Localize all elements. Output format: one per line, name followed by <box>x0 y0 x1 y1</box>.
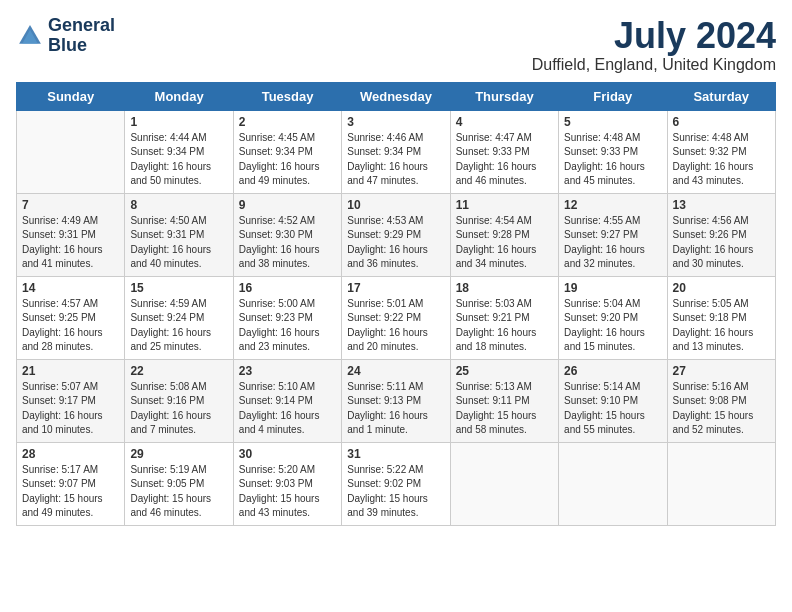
logo-text: General Blue <box>48 16 115 56</box>
calendar-cell: 23Sunrise: 5:10 AM Sunset: 9:14 PM Dayli… <box>233 359 341 442</box>
day-info: Sunrise: 4:54 AM Sunset: 9:28 PM Dayligh… <box>456 214 553 272</box>
day-number: 26 <box>564 364 661 378</box>
calendar-cell: 22Sunrise: 5:08 AM Sunset: 9:16 PM Dayli… <box>125 359 233 442</box>
weekday-header-saturday: Saturday <box>667 82 775 110</box>
calendar-cell: 13Sunrise: 4:56 AM Sunset: 9:26 PM Dayli… <box>667 193 775 276</box>
day-number: 18 <box>456 281 553 295</box>
weekday-header-tuesday: Tuesday <box>233 82 341 110</box>
day-info: Sunrise: 4:59 AM Sunset: 9:24 PM Dayligh… <box>130 297 227 355</box>
day-info: Sunrise: 4:44 AM Sunset: 9:34 PM Dayligh… <box>130 131 227 189</box>
day-number: 15 <box>130 281 227 295</box>
weekday-header-row: SundayMondayTuesdayWednesdayThursdayFrid… <box>17 82 776 110</box>
day-number: 24 <box>347 364 444 378</box>
calendar-cell: 2Sunrise: 4:45 AM Sunset: 9:34 PM Daylig… <box>233 110 341 193</box>
day-number: 8 <box>130 198 227 212</box>
day-info: Sunrise: 5:01 AM Sunset: 9:22 PM Dayligh… <box>347 297 444 355</box>
day-info: Sunrise: 4:50 AM Sunset: 9:31 PM Dayligh… <box>130 214 227 272</box>
calendar-cell: 9Sunrise: 4:52 AM Sunset: 9:30 PM Daylig… <box>233 193 341 276</box>
day-info: Sunrise: 4:52 AM Sunset: 9:30 PM Dayligh… <box>239 214 336 272</box>
day-number: 28 <box>22 447 119 461</box>
day-number: 1 <box>130 115 227 129</box>
calendar-cell: 29Sunrise: 5:19 AM Sunset: 9:05 PM Dayli… <box>125 442 233 525</box>
day-info: Sunrise: 5:14 AM Sunset: 9:10 PM Dayligh… <box>564 380 661 438</box>
logo: General Blue <box>16 16 115 56</box>
calendar-table: SundayMondayTuesdayWednesdayThursdayFrid… <box>16 82 776 526</box>
day-info: Sunrise: 5:19 AM Sunset: 9:05 PM Dayligh… <box>130 463 227 521</box>
calendar-cell: 27Sunrise: 5:16 AM Sunset: 9:08 PM Dayli… <box>667 359 775 442</box>
calendar-cell: 12Sunrise: 4:55 AM Sunset: 9:27 PM Dayli… <box>559 193 667 276</box>
day-number: 20 <box>673 281 770 295</box>
week-row-3: 14Sunrise: 4:57 AM Sunset: 9:25 PM Dayli… <box>17 276 776 359</box>
calendar-body: 1Sunrise: 4:44 AM Sunset: 9:34 PM Daylig… <box>17 110 776 525</box>
day-info: Sunrise: 4:53 AM Sunset: 9:29 PM Dayligh… <box>347 214 444 272</box>
day-number: 2 <box>239 115 336 129</box>
calendar-cell: 18Sunrise: 5:03 AM Sunset: 9:21 PM Dayli… <box>450 276 558 359</box>
week-row-4: 21Sunrise: 5:07 AM Sunset: 9:17 PM Dayli… <box>17 359 776 442</box>
day-info: Sunrise: 5:16 AM Sunset: 9:08 PM Dayligh… <box>673 380 770 438</box>
day-number: 22 <box>130 364 227 378</box>
day-number: 14 <box>22 281 119 295</box>
calendar-cell: 15Sunrise: 4:59 AM Sunset: 9:24 PM Dayli… <box>125 276 233 359</box>
weekday-header-monday: Monday <box>125 82 233 110</box>
week-row-5: 28Sunrise: 5:17 AM Sunset: 9:07 PM Dayli… <box>17 442 776 525</box>
day-info: Sunrise: 4:45 AM Sunset: 9:34 PM Dayligh… <box>239 131 336 189</box>
calendar-cell <box>559 442 667 525</box>
day-number: 11 <box>456 198 553 212</box>
calendar-cell: 14Sunrise: 4:57 AM Sunset: 9:25 PM Dayli… <box>17 276 125 359</box>
calendar-cell <box>667 442 775 525</box>
calendar-cell: 21Sunrise: 5:07 AM Sunset: 9:17 PM Dayli… <box>17 359 125 442</box>
calendar-cell: 16Sunrise: 5:00 AM Sunset: 9:23 PM Dayli… <box>233 276 341 359</box>
day-number: 27 <box>673 364 770 378</box>
day-info: Sunrise: 4:48 AM Sunset: 9:32 PM Dayligh… <box>673 131 770 189</box>
day-info: Sunrise: 5:20 AM Sunset: 9:03 PM Dayligh… <box>239 463 336 521</box>
day-info: Sunrise: 5:17 AM Sunset: 9:07 PM Dayligh… <box>22 463 119 521</box>
calendar-cell: 17Sunrise: 5:01 AM Sunset: 9:22 PM Dayli… <box>342 276 450 359</box>
day-number: 3 <box>347 115 444 129</box>
day-number: 5 <box>564 115 661 129</box>
calendar-cell: 4Sunrise: 4:47 AM Sunset: 9:33 PM Daylig… <box>450 110 558 193</box>
day-number: 12 <box>564 198 661 212</box>
calendar-cell: 28Sunrise: 5:17 AM Sunset: 9:07 PM Dayli… <box>17 442 125 525</box>
day-number: 21 <box>22 364 119 378</box>
day-info: Sunrise: 5:22 AM Sunset: 9:02 PM Dayligh… <box>347 463 444 521</box>
calendar-cell: 3Sunrise: 4:46 AM Sunset: 9:34 PM Daylig… <box>342 110 450 193</box>
weekday-header-sunday: Sunday <box>17 82 125 110</box>
day-info: Sunrise: 5:04 AM Sunset: 9:20 PM Dayligh… <box>564 297 661 355</box>
day-number: 25 <box>456 364 553 378</box>
day-info: Sunrise: 5:03 AM Sunset: 9:21 PM Dayligh… <box>456 297 553 355</box>
weekday-header-thursday: Thursday <box>450 82 558 110</box>
day-info: Sunrise: 5:10 AM Sunset: 9:14 PM Dayligh… <box>239 380 336 438</box>
logo-icon <box>16 22 44 50</box>
calendar-cell <box>17 110 125 193</box>
title-area: July 2024 Duffield, England, United King… <box>532 16 776 74</box>
calendar-cell: 5Sunrise: 4:48 AM Sunset: 9:33 PM Daylig… <box>559 110 667 193</box>
day-number: 10 <box>347 198 444 212</box>
weekday-header-friday: Friday <box>559 82 667 110</box>
day-number: 31 <box>347 447 444 461</box>
calendar-cell: 1Sunrise: 4:44 AM Sunset: 9:34 PM Daylig… <box>125 110 233 193</box>
day-info: Sunrise: 4:46 AM Sunset: 9:34 PM Dayligh… <box>347 131 444 189</box>
calendar-cell: 19Sunrise: 5:04 AM Sunset: 9:20 PM Dayli… <box>559 276 667 359</box>
day-number: 19 <box>564 281 661 295</box>
day-info: Sunrise: 4:48 AM Sunset: 9:33 PM Dayligh… <box>564 131 661 189</box>
calendar-cell: 30Sunrise: 5:20 AM Sunset: 9:03 PM Dayli… <box>233 442 341 525</box>
calendar-cell: 11Sunrise: 4:54 AM Sunset: 9:28 PM Dayli… <box>450 193 558 276</box>
weekday-header-wednesday: Wednesday <box>342 82 450 110</box>
day-number: 6 <box>673 115 770 129</box>
day-number: 30 <box>239 447 336 461</box>
calendar-cell: 26Sunrise: 5:14 AM Sunset: 9:10 PM Dayli… <box>559 359 667 442</box>
calendar-cell: 20Sunrise: 5:05 AM Sunset: 9:18 PM Dayli… <box>667 276 775 359</box>
calendar-cell: 8Sunrise: 4:50 AM Sunset: 9:31 PM Daylig… <box>125 193 233 276</box>
calendar-cell: 6Sunrise: 4:48 AM Sunset: 9:32 PM Daylig… <box>667 110 775 193</box>
day-info: Sunrise: 5:05 AM Sunset: 9:18 PM Dayligh… <box>673 297 770 355</box>
page-header: General Blue July 2024 Duffield, England… <box>16 16 776 74</box>
day-info: Sunrise: 4:49 AM Sunset: 9:31 PM Dayligh… <box>22 214 119 272</box>
week-row-1: 1Sunrise: 4:44 AM Sunset: 9:34 PM Daylig… <box>17 110 776 193</box>
day-number: 9 <box>239 198 336 212</box>
calendar-cell: 31Sunrise: 5:22 AM Sunset: 9:02 PM Dayli… <box>342 442 450 525</box>
calendar-cell <box>450 442 558 525</box>
day-info: Sunrise: 5:07 AM Sunset: 9:17 PM Dayligh… <box>22 380 119 438</box>
calendar-cell: 7Sunrise: 4:49 AM Sunset: 9:31 PM Daylig… <box>17 193 125 276</box>
day-info: Sunrise: 4:55 AM Sunset: 9:27 PM Dayligh… <box>564 214 661 272</box>
day-number: 23 <box>239 364 336 378</box>
